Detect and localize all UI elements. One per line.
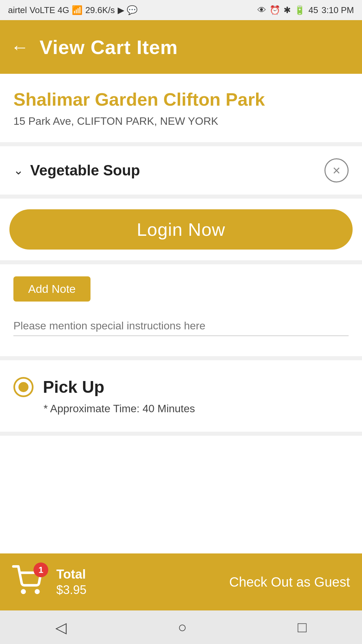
bluetooth-icon: ✱ xyxy=(284,5,291,15)
total-label: Total xyxy=(56,567,86,582)
page-title: View Cart Item xyxy=(40,36,178,58)
total-amount: $3.95 xyxy=(56,583,86,597)
restaurant-address: 15 Park Ave, CLIFTON PARK, NEW YORK xyxy=(13,115,349,127)
chevron-down-icon: ⌄ xyxy=(13,163,23,177)
status-bar: airtel VoLTE 4G 📶 29.6K/s ▶ 💬 👁 ⏰ ✱ 🔋 45… xyxy=(0,0,362,20)
status-left: airtel VoLTE 4G 📶 29.6K/s ▶ 💬 xyxy=(8,5,137,15)
checkout-guest-button[interactable]: Check Out as Guest xyxy=(229,575,350,590)
cart-item-name: Vegetable Soup xyxy=(30,162,140,179)
nav-recent-icon: □ xyxy=(298,619,307,636)
login-now-button[interactable]: Login Now xyxy=(9,209,353,250)
battery-icon: 🔋 xyxy=(294,5,305,15)
eye-icon: 👁 xyxy=(257,5,266,15)
cart-icon-wrapper[interactable]: 1 xyxy=(12,565,46,599)
main-content: Shalimar Garden Clifton Park 15 Park Ave… xyxy=(0,74,362,553)
pickup-time: * Approximate Time: 40 Minutes xyxy=(13,402,349,415)
restaurant-name: Shalimar Garden Clifton Park xyxy=(13,89,349,110)
back-button[interactable]: ← xyxy=(11,38,29,56)
svg-point-0 xyxy=(22,590,25,593)
cart-item-card: ⌄ Vegetable Soup × xyxy=(0,146,362,199)
pickup-radio[interactable] xyxy=(13,377,34,397)
nav-home-button[interactable]: ○ xyxy=(178,619,187,636)
media-icons: ▶ 💬 xyxy=(118,5,137,15)
svg-point-1 xyxy=(36,590,39,593)
carrier-text: airtel xyxy=(8,5,27,15)
special-instructions-input[interactable] xyxy=(13,316,349,336)
restaurant-card: Shalimar Garden Clifton Park 15 Park Ave… xyxy=(0,74,362,146)
cart-item-left: ⌄ Vegetable Soup xyxy=(13,162,140,179)
bottom-bar: 1 Total $3.95 Check Out as Guest xyxy=(0,553,362,610)
time-text: 3:10 PM xyxy=(321,5,354,15)
nav-bar: ◁ ○ □ xyxy=(0,610,362,644)
nav-home-icon: ○ xyxy=(178,619,187,636)
signal-icons: 📶 xyxy=(72,5,82,15)
app-header: ← View Cart Item xyxy=(0,20,362,74)
remove-item-button[interactable]: × xyxy=(324,158,349,182)
network-text: VoLTE 4G xyxy=(29,5,69,15)
cart-count-badge: 1 xyxy=(34,562,48,577)
pickup-label: Pick Up xyxy=(43,377,104,397)
nav-recent-button[interactable]: □ xyxy=(298,619,307,636)
pickup-card: Pick Up * Approximate Time: 40 Minutes xyxy=(0,360,362,436)
remove-icon: × xyxy=(333,164,340,177)
nav-back-button[interactable]: ◁ xyxy=(55,619,67,636)
radio-inner xyxy=(18,382,28,392)
speed-text: 29.6K/s xyxy=(85,5,115,15)
status-right: 👁 ⏰ ✱ 🔋 45 3:10 PM xyxy=(257,5,354,15)
notes-card: Add Note xyxy=(0,264,362,360)
total-info: Total $3.95 xyxy=(56,567,86,597)
pickup-row: Pick Up xyxy=(13,377,349,397)
add-note-button[interactable]: Add Note xyxy=(13,276,90,302)
battery-text: 45 xyxy=(308,5,318,15)
nav-back-icon: ◁ xyxy=(55,619,67,636)
login-section: Login Now xyxy=(0,199,362,264)
alarm-icon: ⏰ xyxy=(269,5,280,15)
content-spacer xyxy=(0,436,362,553)
